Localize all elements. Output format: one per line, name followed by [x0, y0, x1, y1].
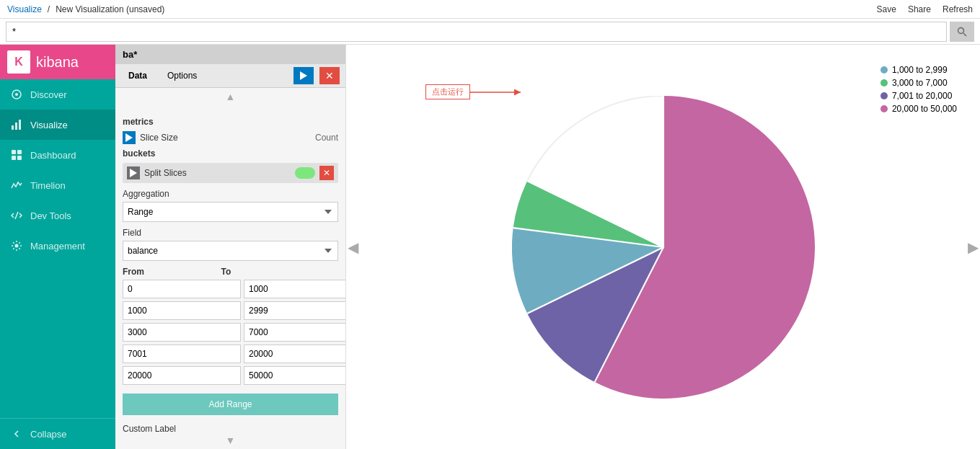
refresh-button[interactable]: Refresh: [943, 4, 973, 14]
breadcrumb-visualize[interactable]: Visualize: [7, 4, 42, 14]
range-4-to[interactable]: [244, 366, 345, 385]
svg-rect-8: [17, 150, 22, 154]
close-button[interactable]: ✕: [319, 67, 340, 84]
svg-rect-7: [12, 150, 16, 154]
sidebar-item-visualize[interactable]: Visualize: [0, 110, 115, 140]
split-slices-remove[interactable]: ✕: [319, 166, 334, 180]
buckets-section-title: buckets: [123, 148, 338, 159]
sidebar-label-timelion: Timelion: [30, 180, 66, 191]
annotation: 点击运行: [425, 84, 528, 99]
svg-marker-13: [300, 71, 307, 80]
sidebar-item-devtools[interactable]: Dev Tools: [0, 200, 115, 231]
pie-chart: [512, 96, 815, 399]
tab-data[interactable]: Data: [121, 68, 154, 84]
sidebar-label-dashboard: Dashboard: [30, 150, 76, 161]
from-header: From: [123, 267, 218, 277]
run-button[interactable]: [293, 67, 314, 84]
sidebar-item-timelion[interactable]: Timelion: [0, 170, 115, 200]
panel-content: metrics Slice Size Count buckets Split S…: [115, 105, 345, 432]
search-button[interactable]: [950, 22, 974, 42]
legend-label-2: 7,001 to 20,000: [892, 91, 952, 101]
svg-line-11: [15, 212, 18, 219]
sidebar: K kibana Discover Visualize Dashboard: [0, 45, 115, 449]
svg-point-3: [15, 93, 18, 96]
viz-content: ◀: [346, 45, 980, 449]
svg-rect-6: [19, 120, 21, 130]
svg-rect-9: [12, 156, 16, 160]
range-1-from[interactable]: [123, 301, 241, 320]
dashboard-icon: [10, 148, 23, 161]
legend-dot-3: [880, 105, 888, 112]
svg-rect-4: [12, 125, 14, 130]
custom-label-label: Custom Label: [123, 424, 338, 432]
sidebar-item-collapse[interactable]: Collapse: [0, 419, 115, 449]
annotation-arrow: [470, 85, 528, 99]
svg-point-0: [958, 27, 964, 33]
range-0-from[interactable]: [123, 280, 241, 298]
legend-label-1: 3,000 to 7,000: [892, 78, 948, 88]
bucket-icon: [127, 166, 140, 179]
sidebar-label-management: Management: [30, 241, 85, 252]
breadcrumb-title: New Visualization (unsaved): [56, 4, 164, 14]
range-4-from[interactable]: [123, 366, 241, 385]
sidebar-item-dashboard[interactable]: Dashboard: [0, 140, 115, 170]
sidebar-item-management[interactable]: Management: [0, 231, 115, 261]
range-row-4: ✕: [123, 366, 338, 385]
sidebar-logo: K kibana: [0, 45, 115, 79]
range-row-2: ✕: [123, 323, 338, 342]
scroll-down-indicator: ▼: [115, 432, 345, 449]
nav-right-button[interactable]: ▶: [968, 239, 979, 256]
annotation-text: 点击运行: [425, 84, 470, 99]
svg-marker-15: [130, 169, 137, 177]
sidebar-label-discover: Discover: [30, 89, 67, 100]
field-select[interactable]: balance: [123, 241, 338, 261]
devtools-icon: [10, 209, 23, 222]
kibana-logo-icon: K: [7, 50, 30, 74]
legend-dot-0: [880, 66, 888, 74]
scroll-up-indicator: ▲: [115, 88, 345, 105]
legend-item-0: 1,000 to 2,999: [880, 65, 957, 75]
sidebar-label-visualize: Visualize: [30, 120, 68, 130]
panel-title: ba*: [123, 49, 137, 60]
panel-tabs: Data Options ✕: [115, 64, 345, 88]
add-range-button[interactable]: Add Range: [123, 394, 338, 415]
tab-options[interactable]: Options: [160, 68, 204, 84]
legend-label-3: 20,000 to 50,000: [892, 104, 957, 114]
search-bar: [0, 19, 980, 45]
save-button[interactable]: Save: [877, 4, 896, 14]
aggregation-select[interactable]: Range: [123, 202, 338, 222]
sidebar-item-discover[interactable]: Discover: [0, 79, 115, 110]
range-2-from[interactable]: [123, 323, 241, 342]
split-slices-toggle[interactable]: [295, 167, 315, 179]
breadcrumb: Visualize / New Visualization (unsaved): [7, 4, 164, 14]
metric-slice-size: Slice Size Count: [123, 131, 338, 144]
nav-left-button[interactable]: ◀: [348, 239, 358, 256]
top-bar-actions: Save Share Refresh: [877, 4, 973, 14]
legend: 1,000 to 2,999 3,000 to 7,000 7,001 to 2…: [872, 59, 966, 123]
discover-icon: [10, 88, 23, 101]
range-row-0: ✕: [123, 280, 338, 298]
search-input[interactable]: [6, 22, 947, 42]
legend-item-2: 7,001 to 20,000: [880, 91, 957, 101]
range-1-to[interactable]: [244, 301, 345, 320]
sidebar-label-collapse: Collapse: [30, 429, 67, 440]
range-3-from[interactable]: [123, 344, 241, 363]
svg-marker-14: [125, 133, 133, 142]
range-3-to[interactable]: [244, 344, 345, 363]
slice-size-icon: [123, 131, 136, 144]
svg-rect-5: [15, 123, 17, 130]
viz-area: ◀: [346, 45, 980, 449]
split-slices-row: Split Slices ✕: [123, 163, 338, 183]
svg-point-12: [15, 244, 19, 248]
range-row-3: ✕: [123, 344, 338, 363]
metrics-section-title: metrics: [123, 117, 338, 127]
share-button[interactable]: Share: [908, 4, 931, 14]
panel-header: ba*: [115, 45, 345, 64]
visualize-icon: [10, 118, 23, 131]
slice-size-label: Slice Size: [140, 133, 311, 143]
range-2-to[interactable]: [244, 323, 345, 342]
legend-dot-2: [880, 92, 888, 99]
sidebar-bottom: Collapse: [0, 418, 115, 449]
management-icon: [10, 239, 23, 252]
range-0-to[interactable]: [244, 280, 345, 298]
